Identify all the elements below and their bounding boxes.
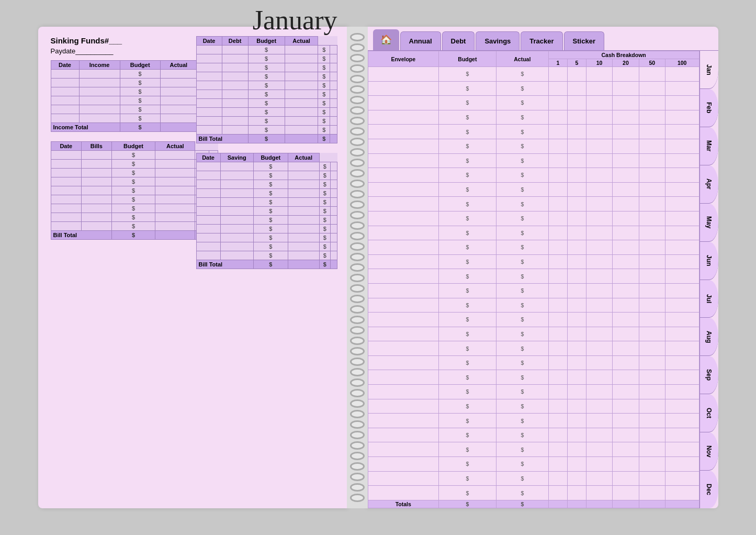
envelope-row: $$	[368, 428, 699, 442]
spiral-coil	[350, 211, 365, 219]
tab-oct[interactable]: Oct	[700, 394, 718, 432]
table-row: $$	[196, 81, 337, 90]
spiral-coil	[350, 200, 365, 209]
savings-col-saving: Saving	[220, 153, 253, 162]
right-tables: Date Debt Budget Actual $$ $$ $$ $$ $$ $…	[196, 36, 337, 269]
envelope-totals-row: Totals $ $	[368, 500, 699, 508]
spiral-coil	[350, 441, 365, 450]
tab-sep[interactable]: Sep	[700, 356, 718, 394]
table-row: $$	[51, 114, 218, 123]
tab-may[interactable]: May	[700, 204, 718, 242]
spiral-coil	[350, 305, 365, 314]
tab-jul[interactable]: Jul	[700, 280, 718, 318]
savings-total-row: Bill Total $ $	[196, 260, 337, 269]
tab-feb[interactable]: Feb	[700, 89, 718, 127]
totals-label: Totals	[368, 500, 438, 508]
tab-dec[interactable]: Dec	[700, 471, 718, 508]
paydate-line: Paydate__________	[51, 47, 169, 55]
table-row: $$	[51, 213, 218, 222]
table-row: $$	[196, 216, 337, 225]
tab-aug[interactable]: Aug	[700, 318, 718, 356]
table-row: $$	[196, 251, 337, 260]
envelope-row: $$	[368, 139, 699, 153]
envelope-row: $$	[368, 182, 699, 197]
envelope-row: $$	[368, 211, 699, 226]
table-row: $$	[196, 126, 337, 135]
spiral-coil	[350, 274, 365, 282]
bills-total-row: Bill Total $ $	[51, 231, 218, 240]
spiral-coil	[350, 316, 365, 324]
envelope-row: $$	[368, 399, 699, 414]
spiral-coil	[350, 494, 365, 502]
envelope-row: $$	[368, 283, 699, 298]
spiral-coil	[350, 337, 365, 345]
envelope-row: $$	[368, 313, 699, 327]
tab-savings[interactable]: Savings	[476, 31, 520, 50]
tab-annual[interactable]: Annual	[400, 31, 441, 50]
debt-col-budget: Budget	[248, 37, 285, 46]
bills-col-bills: Bills	[82, 142, 112, 151]
table-row: $$	[51, 151, 218, 160]
spiral-coil	[350, 232, 365, 240]
envelope-area: Envelope Budget Actual Cash Breakdown 1 …	[368, 51, 718, 508]
spiral-coil	[350, 159, 365, 167]
spiral-coil	[350, 64, 365, 73]
nav-home-button[interactable]: 🏠	[373, 29, 399, 50]
envelope-table: Envelope Budget Actual Cash Breakdown 1 …	[368, 51, 699, 508]
spiral-coil	[350, 242, 365, 251]
spiral-coil	[350, 326, 365, 335]
envelope-row: $$	[368, 442, 699, 457]
spiral-coil	[350, 148, 365, 157]
spiral-coil	[350, 253, 365, 261]
spiral-coil	[350, 284, 365, 293]
tab-apr[interactable]: Apr	[700, 165, 718, 204]
tab-nov[interactable]: Nov	[700, 432, 718, 471]
table-row: $$	[196, 72, 337, 81]
spiral-coil	[350, 117, 365, 125]
table-row: $$	[196, 171, 337, 180]
table-row: $$	[51, 195, 218, 204]
bills-table: Date Bills Budget Actual $$ $$ $$ $$ $$ …	[51, 141, 218, 240]
envelope-row: $$	[368, 457, 699, 472]
spiral-coil	[350, 473, 365, 481]
debt-col-debt: Debt	[222, 37, 248, 46]
table-row: $$	[196, 233, 337, 242]
envelope-row: $$	[368, 298, 699, 313]
page-container: Sinking Funds#___ Paydate__________ Janu…	[38, 27, 718, 508]
spiral-coil	[350, 410, 365, 418]
left-meta: Sinking Funds#___ Paydate__________	[51, 36, 169, 60]
table-row: $$	[51, 177, 218, 186]
table-row: $$	[51, 169, 218, 177]
spiral-coil	[350, 43, 365, 52]
tab-mar[interactable]: Mar	[700, 127, 718, 165]
spiral-coil	[350, 358, 365, 366]
spiral-coil	[350, 96, 365, 104]
income-col-budget: Budget	[120, 61, 160, 70]
actual-col-header: Actual	[496, 51, 548, 67]
envelope-row: $$	[368, 471, 699, 486]
income-col-income: Income	[79, 61, 120, 70]
table-row: $$	[196, 117, 337, 126]
table-row: $$	[51, 87, 218, 96]
tab-jan[interactable]: Jan	[700, 51, 718, 89]
bills-col-budget: Budget	[111, 142, 155, 151]
envelope-row: $$	[368, 81, 699, 96]
envelope-row: $$	[368, 96, 699, 110]
spiral-coil	[350, 33, 365, 41]
envelope-row: $$	[368, 67, 699, 82]
income-col-actual: Actual	[160, 61, 197, 70]
savings-col-actual: Actual	[288, 153, 319, 162]
envelope-row: $$	[368, 269, 699, 284]
debt-col-actual: Actual	[285, 37, 318, 46]
totals-budget: $	[438, 500, 496, 508]
budget-col-header: Budget	[438, 51, 496, 67]
cash-col-20: 20	[613, 59, 639, 67]
tab-debt[interactable]: Debt	[442, 31, 475, 50]
table-row: $$	[196, 54, 337, 63]
tab-jun[interactable]: Jun	[700, 242, 718, 280]
envelope-row: $$	[368, 370, 699, 385]
tab-tracker[interactable]: Tracker	[521, 31, 562, 50]
income-section: Date Income Budget Actual $$ $$ $$ $$ $$…	[51, 60, 218, 132]
table-row: $$	[51, 96, 218, 105]
tab-sticker[interactable]: Sticker	[564, 31, 604, 50]
